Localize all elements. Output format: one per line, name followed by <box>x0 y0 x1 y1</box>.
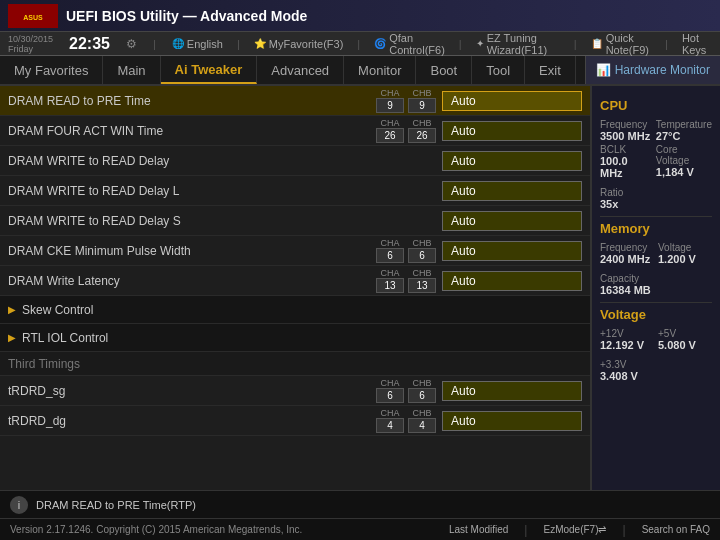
dram-four-act-value[interactable]: Auto <box>442 121 582 141</box>
date-label: 10/30/2015 <box>8 34 53 44</box>
rtl-iol-section[interactable]: ▶ RTL IOL Control <box>0 324 590 352</box>
mem-freq-label: Frequency <box>600 242 654 253</box>
bios-row-dram-read-pre[interactable]: DRAM READ to PRE Time CHA 9 CHB 9 Auto <box>0 86 590 116</box>
note-icon: 📋 <box>591 38 603 49</box>
v12-value: 12.192 V <box>600 339 654 351</box>
divider-1 <box>600 216 712 217</box>
tab-ai-tweaker-label: Ai Tweaker <box>175 62 243 77</box>
mem-cap-value: 16384 MB <box>600 284 712 296</box>
wand-icon: ✦ <box>476 38 484 49</box>
quick-note-btn[interactable]: 📋 Quick Note(F9) <box>591 32 651 56</box>
cha-col: CHA 9 <box>376 88 404 113</box>
datetime-block: 10/30/2015 Friday <box>8 34 53 54</box>
dram-write-read-l-value[interactable]: Auto <box>442 181 582 201</box>
ez-tuning-label: EZ Tuning Wizard(F11) <box>487 32 560 56</box>
skew-control-arrow: ▶ <box>8 304 16 315</box>
tab-tool-label: Tool <box>486 63 510 78</box>
ez-mode-btn[interactable]: EzMode(F7)⇌ <box>543 523 606 537</box>
third-timings-label: Third Timings <box>8 357 80 371</box>
tab-main[interactable]: Main <box>103 56 160 84</box>
bios-row-trdrd-sg[interactable]: tRDRD_sg CHA 6 CHB 6 Auto <box>0 376 590 406</box>
mem-volt-label: Voltage <box>658 242 712 253</box>
nav-bar: My Favorites Main Ai Tweaker Advanced Mo… <box>0 56 720 86</box>
dram-write-latency-label: DRAM Write Latency <box>8 274 376 288</box>
footer-actions: Last Modified | EzMode(F7)⇌ | Search on … <box>449 523 710 537</box>
hot-keys-btn[interactable]: Hot Keys <box>682 32 712 56</box>
tab-exit[interactable]: Exit <box>525 56 576 84</box>
my-favorite-label: MyFavorite(F3) <box>269 38 344 50</box>
qfan-btn[interactable]: 🌀 Qfan Control(F6) <box>374 32 445 56</box>
trdrd-dg-chips: CHA 4 CHB 4 <box>376 408 436 433</box>
bios-row-dram-write-read-l[interactable]: DRAM WRITE to READ Delay L Auto <box>0 176 590 206</box>
voltage-grid: +12V 12.192 V +5V 5.080 V <box>600 328 712 351</box>
dram-write-read-value[interactable]: Auto <box>442 151 582 171</box>
last-modified-btn[interactable]: Last Modified <box>449 523 508 537</box>
footer: Version 2.17.1246. Copyright (C) 2015 Am… <box>0 518 720 540</box>
my-favorite-btn[interactable]: ⭐ MyFavorite(F3) <box>254 38 344 50</box>
cpu-bclk-label: BCLK <box>600 144 652 155</box>
bios-row-trdrd-dg[interactable]: tRDRD_dg CHA 4 CHB 4 Auto <box>0 406 590 436</box>
skew-control-label: Skew Control <box>22 303 93 317</box>
dram-write-read-s-value[interactable]: Auto <box>442 211 582 231</box>
copyright-text: Version 2.17.1246. Copyright (C) 2015 Am… <box>10 524 302 535</box>
chb-col: CHB 9 <box>408 88 436 113</box>
dram-cke-min-value[interactable]: Auto <box>442 241 582 261</box>
trdrd-dg-label: tRDRD_dg <box>8 414 376 428</box>
tab-main-label: Main <box>117 63 145 78</box>
cpu-freq-label: Frequency <box>600 119 652 130</box>
tab-boot[interactable]: Boot <box>416 56 472 84</box>
rtl-iol-arrow: ▶ <box>8 332 16 343</box>
trdrd-dg-value[interactable]: Auto <box>442 411 582 431</box>
cha-value: 26 <box>376 128 404 143</box>
bios-row-dram-cke-min[interactable]: DRAM CKE Minimum Pulse Width CHA 6 CHB 6… <box>0 236 590 266</box>
chb-value: 9 <box>408 98 436 113</box>
tab-monitor[interactable]: Monitor <box>344 56 416 84</box>
dram-read-pre-value[interactable]: Auto <box>442 91 582 111</box>
asus-logo: ASUS <box>8 4 58 28</box>
gear-icon[interactable]: ⚙ <box>126 37 137 51</box>
cpu-temp-value: 27°C <box>656 130 712 142</box>
dram-read-pre-chips: CHA 9 CHB 9 <box>376 88 436 113</box>
rtl-iol-label: RTL IOL Control <box>22 331 108 345</box>
description-text: DRAM READ to PRE Time(RTP) <box>36 499 710 511</box>
tab-advanced[interactable]: Advanced <box>257 56 344 84</box>
v33-label: +3.3V <box>600 359 712 370</box>
dram-write-read-l-label: DRAM WRITE to READ Delay L <box>8 184 442 198</box>
dram-four-act-label: DRAM FOUR ACT WIN Time <box>8 124 376 138</box>
trdrd-sg-value[interactable]: Auto <box>442 381 582 401</box>
ez-tuning-btn[interactable]: ✦ EZ Tuning Wizard(F11) <box>476 32 560 56</box>
bios-row-dram-write-read-s[interactable]: DRAM WRITE to READ Delay S Auto <box>0 206 590 236</box>
third-timings-header: Third Timings <box>0 352 590 376</box>
tab-tool[interactable]: Tool <box>472 56 525 84</box>
info-icon: i <box>10 496 28 514</box>
dram-four-act-chips: CHA 26 CHB 26 <box>376 118 436 143</box>
tab-monitor-label: Monitor <box>358 63 401 78</box>
dram-write-latency-value[interactable]: Auto <box>442 271 582 291</box>
skew-control-section[interactable]: ▶ Skew Control <box>0 296 590 324</box>
cpu-ratio-value: 35x <box>600 198 712 210</box>
bios-row-dram-write-latency[interactable]: DRAM Write Latency CHA 13 CHB 13 Auto <box>0 266 590 296</box>
cpu-temp-label: Temperature <box>656 119 712 130</box>
star-icon: ⭐ <box>254 38 266 49</box>
cpu-freq-value: 3500 MHz <box>600 130 652 142</box>
tab-exit-label: Exit <box>539 63 561 78</box>
svg-text:ASUS: ASUS <box>23 14 43 21</box>
hot-keys-label: Hot Keys <box>682 32 712 56</box>
divider-2 <box>600 302 712 303</box>
search-faq-btn[interactable]: Search on FAQ <box>642 523 710 537</box>
tab-hw-monitor[interactable]: 📊 Hardware Monitor <box>585 56 720 84</box>
chb-value: 26 <box>408 128 436 143</box>
time-display: 22:35 <box>69 35 110 53</box>
bios-row-dram-write-read[interactable]: DRAM WRITE to READ Delay Auto <box>0 146 590 176</box>
tab-hw-monitor-label: Hardware Monitor <box>615 63 710 77</box>
bios-row-dram-four-act[interactable]: DRAM FOUR ACT WIN Time CHA 26 CHB 26 Aut… <box>0 116 590 146</box>
tab-my-favorites-label: My Favorites <box>14 63 88 78</box>
trdrd-sg-chips: CHA 6 CHB 6 <box>376 378 436 403</box>
mem-volt-value: 1.200 V <box>658 253 712 265</box>
mem-cap-label: Capacity <box>600 273 712 284</box>
language-selector[interactable]: 🌐 English <box>172 38 223 50</box>
tab-ai-tweaker[interactable]: Ai Tweaker <box>161 56 258 84</box>
dram-cke-chips: CHA 6 CHB 6 <box>376 238 436 263</box>
tab-my-favorites[interactable]: My Favorites <box>0 56 103 84</box>
memory-grid: Frequency 2400 MHz Voltage 1.200 V <box>600 242 712 265</box>
